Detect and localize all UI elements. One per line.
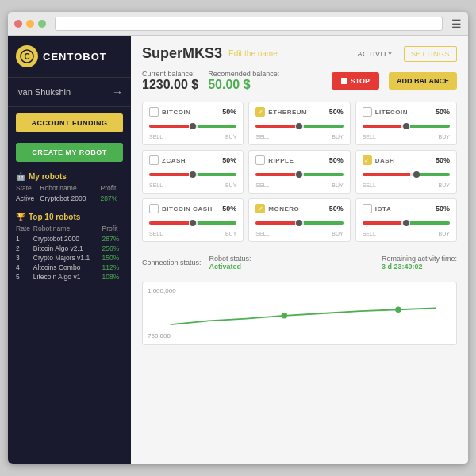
slider-thumb[interactable]	[296, 220, 302, 226]
sell-label: SELL	[363, 182, 376, 188]
sell-label: SELL	[255, 182, 269, 188]
crypto-slider[interactable]	[149, 120, 236, 132]
menu-icon[interactable]: ☰	[451, 17, 462, 30]
crypto-pct: 50%	[222, 108, 236, 116]
chart-label-bottom: 750,000	[148, 332, 171, 340]
crypto-grid: BITCOIN 50% SELL BUY ETHEREUM 50%	[142, 102, 457, 242]
slider-green	[419, 173, 450, 176]
balance-row: Current balance: 1230.00 $ Recomended ba…	[142, 70, 457, 92]
connection-status: Connection status:	[142, 259, 202, 267]
remaining-value: 3 d 23:49:02	[382, 263, 457, 271]
stop-button[interactable]: STOP	[332, 72, 379, 90]
account-funding-button[interactable]: ACCOUNT FUNDING	[16, 113, 123, 132]
slider-red	[363, 221, 402, 225]
robot-status: Robot status: Activated	[209, 255, 251, 271]
close-dot	[14, 20, 22, 28]
crypto-checkbox[interactable]	[149, 204, 159, 213]
crypto-slider[interactable]	[363, 217, 450, 229]
slider-track	[363, 125, 450, 128]
crypto-slider[interactable]	[363, 120, 450, 132]
current-balance: Current balance: 1230.00 $	[142, 70, 198, 92]
sell-label: SELL	[149, 182, 163, 188]
current-balance-label: Current balance:	[142, 70, 198, 78]
main-header: SuperMKS3 Edit the name ACTIVITY SETTING…	[142, 45, 457, 62]
title-group: SuperMKS3 Edit the name	[142, 45, 278, 62]
slider-thumb[interactable]	[403, 123, 409, 129]
crypto-slider[interactable]	[363, 168, 450, 181]
top-robots-section: 🏆 Top 10 robots Rate Robot name Profit 1…	[8, 206, 131, 285]
crypto-header: BITCOIN CASH 50%	[149, 204, 236, 213]
min-dot	[26, 20, 34, 28]
crypto-name-row: DASH	[363, 155, 395, 165]
slider-green	[304, 173, 344, 176]
crypto-pct: 50%	[436, 108, 450, 116]
crypto-slider[interactable]	[255, 168, 343, 181]
my-robots-title: 🤖 My robots	[16, 172, 123, 181]
buy-label: BUY	[332, 134, 343, 140]
recommended-balance: Recomended balance: 50.00 $	[208, 70, 279, 92]
create-robot-button[interactable]: CREATE MY ROBOT	[16, 143, 123, 162]
buy-label: BUY	[332, 231, 343, 236]
sell-label: SELL	[363, 134, 376, 140]
crypto-checkbox[interactable]	[255, 155, 265, 165]
crypto-header: ETHEREUM 50%	[255, 107, 343, 117]
slider-red	[255, 221, 295, 225]
slider-thumb[interactable]	[190, 123, 196, 129]
crypto-checkbox[interactable]	[255, 107, 265, 117]
col-robot-name: Robot name	[40, 184, 100, 194]
svg-point-2	[282, 313, 288, 319]
slider-track	[363, 173, 450, 176]
crypto-checkbox[interactable]	[363, 155, 372, 165]
activity-button[interactable]: ACTIVITY	[351, 47, 399, 61]
recommended-balance-value: 50.00 $	[208, 78, 279, 92]
slider-track	[149, 125, 236, 128]
edit-name-link[interactable]: Edit the name	[228, 49, 278, 58]
crypto-slider[interactable]	[255, 120, 343, 132]
slider-red	[149, 221, 189, 225]
crypto-pct: 50%	[329, 108, 344, 116]
crypto-name: MONERO	[268, 205, 299, 213]
slider-thumb[interactable]	[296, 171, 302, 178]
logout-icon[interactable]: →	[112, 86, 123, 98]
slider-track	[363, 221, 450, 225]
remaining-label: Remaining activity time:	[382, 255, 457, 263]
crypto-checkbox[interactable]	[255, 204, 265, 213]
slider-red	[363, 125, 402, 128]
recommended-balance-label: Recomended balance:	[208, 70, 279, 78]
slider-track	[255, 221, 343, 225]
sidebar-user: Ivan Shukshin →	[8, 78, 131, 107]
crypto-card: ETHEREUM 50% SELL BUY	[248, 102, 350, 145]
url-bar[interactable]	[55, 17, 443, 31]
crypto-name-row: LITECOIN	[363, 107, 408, 117]
main-content: SuperMKS3 Edit the name ACTIVITY SETTING…	[131, 36, 468, 464]
crypto-checkbox[interactable]	[363, 204, 372, 213]
crypto-checkbox[interactable]	[149, 155, 159, 165]
stop-icon	[341, 78, 347, 84]
crypto-slider[interactable]	[255, 217, 343, 229]
add-balance-button[interactable]: ADD BALANCE	[389, 72, 457, 90]
sell-label: SELL	[149, 134, 163, 140]
slider-green	[304, 125, 344, 128]
slider-thumb[interactable]	[413, 171, 420, 178]
header-buttons: ACTIVITY SETTINGS	[351, 46, 457, 62]
slider-red	[149, 125, 189, 128]
settings-button[interactable]: SETTINGS	[404, 46, 457, 62]
crypto-pct: 50%	[329, 156, 344, 164]
slider-labels: SELL BUY	[255, 231, 343, 236]
logo-text: CENTOBOT	[43, 51, 107, 63]
slider-thumb[interactable]	[190, 220, 196, 226]
crypto-name: DASH	[375, 157, 395, 164]
crypto-slider[interactable]	[149, 217, 236, 229]
crypto-checkbox[interactable]	[363, 107, 372, 117]
page-title: SuperMKS3	[142, 45, 222, 62]
logo-icon: C	[16, 45, 38, 67]
crypto-slider[interactable]	[149, 168, 236, 181]
crypto-checkbox[interactable]	[149, 107, 159, 117]
slider-thumb[interactable]	[403, 220, 409, 226]
list-item: 4Altcoins Combo112%	[16, 263, 123, 272]
crypto-header: ZCASH 50%	[149, 155, 236, 165]
slider-labels: SELL BUY	[255, 182, 343, 188]
current-balance-value: 1230.00 $	[142, 78, 198, 92]
slider-thumb[interactable]	[296, 123, 302, 129]
slider-thumb[interactable]	[190, 171, 196, 178]
